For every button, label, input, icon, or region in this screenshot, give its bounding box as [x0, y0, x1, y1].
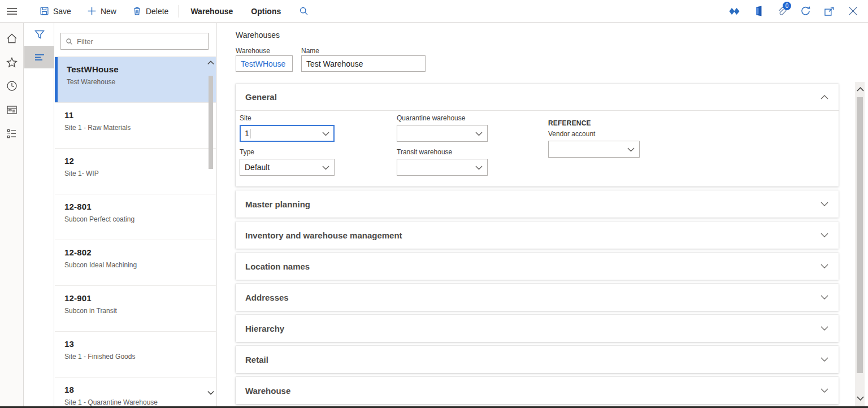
nav-recent-button[interactable]	[0, 74, 24, 98]
item-name: Site 1 - Raw Materials	[64, 124, 202, 132]
warehouse-menu[interactable]: Warehouse	[181, 0, 242, 23]
delete-icon	[132, 6, 142, 16]
new-button[interactable]: New	[79, 0, 124, 23]
attachments-button[interactable]: 0	[775, 4, 788, 19]
list-view-icon	[34, 54, 45, 61]
workspace-icon	[6, 105, 18, 115]
list-item-12-901[interactable]: 12-901 Subcon in Transit	[55, 286, 216, 332]
warehouse-list: TestWHouse Test Warehouse 11 Site 1 - Ra…	[55, 57, 216, 408]
list-scroll-down-icon[interactable]	[207, 389, 215, 397]
list-item-13[interactable]: 13 Site 1 - Finished Goods	[55, 332, 216, 377]
section-title: Inventory and warehouse management	[236, 231, 402, 240]
new-icon	[87, 6, 97, 16]
main-scrollbar-thumb[interactable]	[857, 97, 863, 373]
filter-tool-button[interactable]	[24, 23, 54, 46]
options-menu[interactable]: Options	[242, 0, 290, 23]
type-combobox[interactable]: Default	[240, 159, 335, 176]
section-inventory-warehouse-management-header[interactable]: Inventory and warehouse management	[236, 222, 839, 249]
transit-warehouse-combobox[interactable]	[397, 159, 488, 176]
filter-box	[60, 33, 209, 50]
save-button[interactable]: Save	[32, 0, 79, 23]
office-button[interactable]	[752, 4, 764, 19]
quarantine-warehouse-combobox[interactable]	[397, 125, 488, 142]
section-location-names-header[interactable]: Location names	[236, 253, 839, 280]
vendor-account-combobox[interactable]	[548, 141, 640, 158]
section-warehouse-header[interactable]: Warehouse	[236, 377, 839, 404]
main-scrollbar[interactable]	[855, 82, 865, 408]
chevron-down-icon	[627, 147, 635, 152]
toolbar-divider	[179, 5, 179, 18]
recent-icon	[6, 80, 18, 92]
office-icon	[753, 6, 763, 16]
section-addresses-header[interactable]: Addresses	[236, 284, 839, 311]
item-id: 12	[64, 156, 202, 166]
list-item-18[interactable]: 18 Site 1 - Quarantine Warehouse	[55, 377, 216, 408]
close-page-button[interactable]	[847, 4, 859, 19]
filter-input[interactable]	[77, 37, 203, 46]
list-tool-rail	[24, 23, 54, 408]
main-scroll-up-icon[interactable]	[856, 85, 864, 93]
item-id: 12-901	[64, 293, 202, 303]
section-title: Retail	[236, 355, 268, 364]
section-master-planning-header[interactable]: Master planning	[236, 190, 839, 218]
type-value: Default	[245, 163, 270, 172]
item-name: Subcon Perfect coating	[64, 215, 202, 223]
section-title: Master planning	[236, 199, 310, 209]
warehouse-field-input[interactable]	[236, 55, 293, 72]
open-in-new-window-icon	[824, 6, 835, 16]
list-item-12-802[interactable]: 12-802 Subcon Ideal Machining	[55, 240, 216, 286]
main-scroll-down-icon[interactable]	[856, 394, 864, 402]
chevron-down-icon	[821, 388, 828, 393]
refresh-icon	[800, 6, 811, 16]
chevron-up-icon	[821, 95, 828, 99]
section-general-header[interactable]: General	[236, 84, 839, 111]
name-field-input[interactable]	[301, 55, 426, 72]
nav-home-button[interactable]	[0, 27, 24, 50]
open-in-new-window-button[interactable]	[823, 4, 835, 19]
section-addresses: Addresses	[236, 284, 839, 311]
hamburger-menu-button[interactable]	[0, 0, 24, 23]
list-view-tool-button[interactable]	[24, 46, 54, 68]
section-location-names: Location names	[236, 253, 839, 280]
nav-workspaces-button[interactable]	[0, 98, 24, 121]
search-button[interactable]	[290, 0, 318, 23]
transit-warehouse-label: Transit warehouse	[397, 148, 488, 156]
quarantine-warehouse-label: Quarantine warehouse	[397, 114, 488, 122]
chevron-down-icon	[821, 295, 828, 300]
chevron-down-icon	[475, 132, 483, 136]
nav-modules-button[interactable]	[0, 121, 24, 145]
site-value: 1	[245, 129, 249, 138]
list-item-11[interactable]: 11 Site 1 - Raw Materials	[55, 103, 216, 149]
section-cards: General Site 1 Type	[236, 84, 839, 408]
section-retail: Retail	[236, 346, 839, 373]
power-apps-button[interactable]	[728, 4, 740, 19]
search-icon	[299, 6, 309, 16]
nav-favorites-button[interactable]	[0, 50, 24, 74]
section-general-title: General	[236, 92, 277, 102]
filter-search-icon	[66, 38, 73, 45]
main-content: Warehouses Warehouse Name General Site 1	[217, 23, 868, 408]
star-icon	[6, 57, 18, 68]
item-name: Subcon Ideal Machining	[64, 261, 202, 269]
item-name: Site 1 - Finished Goods	[64, 353, 202, 361]
list-scroll-up-icon[interactable]	[207, 59, 215, 67]
section-retail-header[interactable]: Retail	[236, 346, 839, 373]
chevron-down-icon	[475, 166, 483, 170]
list-item-12-801[interactable]: 12-801 Subcon Perfect coating	[55, 194, 216, 240]
list-item-12[interactable]: 12 Site 1- WIP	[55, 149, 216, 194]
list-scrollbar-thumb[interactable]	[209, 76, 213, 169]
item-name: Subcon in Transit	[64, 307, 202, 315]
delete-label: Delete	[146, 7, 168, 16]
list-scrollbar[interactable]	[207, 57, 215, 407]
delete-button[interactable]: Delete	[124, 0, 176, 23]
type-label: Type	[240, 148, 335, 156]
item-id: 12-802	[64, 248, 202, 257]
refresh-button[interactable]	[799, 4, 811, 19]
filter-icon	[34, 30, 45, 39]
warehouse-field-label: Warehouse	[236, 47, 270, 55]
site-combobox[interactable]: 1	[240, 125, 335, 142]
section-general: General Site 1 Type	[236, 84, 839, 186]
list-item-testwhouse[interactable]: TestWHouse Test Warehouse	[55, 57, 216, 103]
section-hierarchy-header[interactable]: Hierarchy	[236, 315, 839, 342]
item-id: 12-801	[64, 202, 202, 211]
